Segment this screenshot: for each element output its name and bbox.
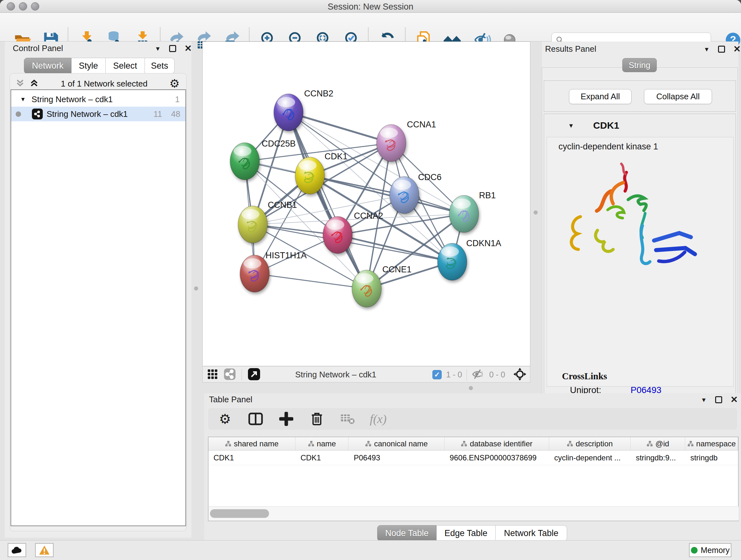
- table-cell: stringdb: [685, 450, 738, 465]
- gene-name: CDK1: [593, 120, 619, 131]
- birds-eye-toggle-icon[interactable]: [513, 367, 527, 382]
- main-toolbar: ?: [0, 13, 741, 42]
- scrollbar-thumb[interactable]: [210, 509, 269, 518]
- panel-close-icon[interactable]: ✕: [185, 44, 192, 53]
- table-cell: CDK1: [295, 450, 349, 465]
- network-node-CDC6[interactable]: [390, 177, 419, 213]
- add-column-icon[interactable]: [278, 410, 295, 428]
- gene-section: ▼ CDK1 cyclin-dependent kinase 1: [544, 114, 736, 399]
- table-tabs: Node TableEdge TableNetwork Table: [377, 525, 567, 541]
- status-bar: Memory: [0, 540, 741, 560]
- network-node-CCNA1[interactable]: [377, 125, 406, 162]
- splitter-handle[interactable]: [534, 210, 538, 214]
- memory-status-dot: [691, 547, 697, 554]
- gene-section-header[interactable]: ▼ CDK1: [544, 114, 736, 137]
- panel-collapse-icon[interactable]: ▼: [704, 46, 710, 52]
- memory-button[interactable]: Memory: [689, 543, 731, 557]
- panel-collapse-icon[interactable]: ▼: [155, 46, 161, 52]
- delete-table-icon[interactable]: [339, 410, 356, 428]
- network-canvas[interactable]: CCNB2CCNA1CDC25BCDK1CDC6RB1CCNB1CCNA2CDK…: [202, 42, 530, 366]
- network-edge-HIST1H1A-CCNE1[interactable]: [255, 273, 367, 289]
- network-node-CCNA2[interactable]: [323, 216, 352, 253]
- tab-string[interactable]: String: [622, 58, 657, 72]
- column-header-description[interactable]: description: [549, 437, 631, 450]
- panel-close-icon[interactable]: ✕: [733, 45, 741, 54]
- network-current-dot-icon: [16, 111, 21, 117]
- column-header-canonical-name[interactable]: canonical name: [348, 437, 445, 450]
- hidden-count: 0 - 0: [489, 370, 505, 379]
- tab-network[interactable]: Network: [24, 58, 71, 74]
- warnings-button[interactable]: [35, 543, 54, 557]
- network-node-CCNB1[interactable]: [238, 206, 267, 243]
- network-node-CCNB2[interactable]: [274, 94, 303, 131]
- panel-close-icon[interactable]: ✕: [731, 395, 738, 404]
- tab-network-table[interactable]: Network Table: [495, 525, 567, 541]
- network-node-RB1[interactable]: [449, 195, 479, 233]
- table-cell: P06493: [348, 450, 445, 465]
- selected-checkbox-icon[interactable]: ✓: [432, 370, 442, 379]
- warning-icon: [39, 545, 50, 555]
- network-node-CDK1[interactable]: [295, 157, 325, 194]
- column-header-name[interactable]: name: [295, 437, 349, 450]
- tree-row-collection[interactable]: ▼ String Network – cdk1 1: [11, 92, 185, 107]
- network-badge-gray-icon[interactable]: [224, 368, 236, 381]
- grid-view-icon[interactable]: [207, 369, 218, 381]
- column-header-database-identifier[interactable]: database identifier: [445, 437, 549, 450]
- panel-float-icon[interactable]: [169, 45, 176, 52]
- tab-select[interactable]: Select: [106, 58, 145, 74]
- expand-all-button[interactable]: Expand All: [569, 89, 631, 104]
- open-in-browser-icon[interactable]: [248, 368, 260, 382]
- memory-label: Memory: [701, 546, 730, 555]
- results-panel: Results Panel ▼ ✕ String Expand All Coll…: [542, 42, 738, 393]
- statusbar-divider: [242, 369, 242, 381]
- expand-all-icon[interactable]: [29, 78, 39, 89]
- section-collapse-icon[interactable]: ▼: [568, 123, 574, 129]
- network-graph[interactable]: CCNB2CCNA1CDC25BCDK1CDC6RB1CCNB1CCNA2CDK…: [203, 42, 530, 366]
- tab-edge-table[interactable]: Edge Table: [436, 525, 495, 541]
- panel-float-icon[interactable]: [718, 46, 725, 53]
- hidden-eye-icon[interactable]: [471, 369, 485, 381]
- network-node-CDC25B[interactable]: [230, 143, 259, 180]
- selected-count: 1 - 0: [446, 370, 462, 379]
- node-label-CCNB1: CCNB1: [268, 200, 297, 210]
- splitter-handle[interactable]: [469, 386, 473, 390]
- cloud-button[interactable]: [8, 543, 26, 557]
- network-edge-CCNB2-CCNA1[interactable]: [288, 112, 391, 143]
- function-builder-icon[interactable]: f(x): [369, 410, 387, 428]
- expand-collapse-box: Expand All Collapse All: [544, 80, 736, 112]
- show-columns-icon[interactable]: [247, 410, 264, 428]
- network-edge-CCNA2-CDKN1A[interactable]: [338, 235, 452, 262]
- table-horizontal-scrollbar[interactable]: [209, 506, 738, 520]
- tree-row-network[interactable]: String Network – cdk1 11 48: [11, 107, 185, 121]
- title-bar: Session: New Session: [0, 0, 741, 13]
- column-header-@id[interactable]: @id: [630, 437, 685, 450]
- node-label-CCNB2: CCNB2: [304, 89, 333, 98]
- tab-node-table[interactable]: Node Table: [377, 525, 436, 541]
- panel-collapse-icon[interactable]: ▼: [701, 397, 707, 403]
- tab-sets[interactable]: Sets: [145, 58, 175, 74]
- tree-expander-icon[interactable]: ▼: [20, 96, 26, 103]
- node-label-CDC6: CDC6: [418, 172, 442, 182]
- panel-float-icon[interactable]: [715, 396, 722, 403]
- tree-network-label: String Network – cdk1: [47, 109, 128, 119]
- tab-style[interactable]: Style: [71, 58, 106, 74]
- column-header-namespace[interactable]: namespace: [685, 437, 738, 450]
- network-node-CDKN1A[interactable]: [437, 243, 467, 280]
- network-edge-CCNB2-CCNE1[interactable]: [288, 112, 367, 289]
- splitter-handle[interactable]: [194, 287, 198, 291]
- table-cell: cyclin-dependent ...: [549, 450, 631, 465]
- network-node-CCNE1[interactable]: [352, 270, 381, 307]
- table-options-gear-icon[interactable]: ⚙: [216, 410, 233, 428]
- collapse-all-button[interactable]: Collapse All: [644, 89, 712, 104]
- delete-column-icon[interactable]: [308, 410, 326, 428]
- node-label-CDC25B: CDC25B: [262, 139, 296, 148]
- results-panel-title: Results Panel: [545, 44, 596, 54]
- column-header-shared-name[interactable]: shared name: [208, 437, 295, 450]
- control-panel-tabs: NetworkStyleSelectSets: [24, 58, 175, 74]
- results-panel-header-icons: ▼ ✕: [704, 45, 741, 54]
- table-row[interactable]: CDK1CDK1P064939606.ENSP00000378699cyclin…: [208, 450, 738, 465]
- protein-structure-image: [556, 157, 706, 291]
- network-node-HIST1H1A[interactable]: [240, 255, 269, 292]
- network-options-gear-icon[interactable]: ⚙: [170, 77, 180, 90]
- collapse-all-icon[interactable]: [15, 78, 25, 89]
